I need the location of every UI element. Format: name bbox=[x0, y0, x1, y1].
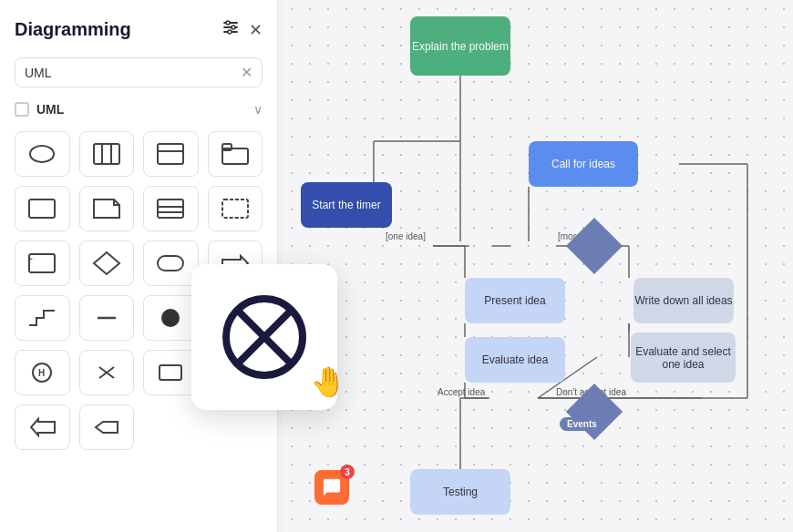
canvas-area bbox=[283, 0, 793, 532]
filter-icon[interactable] bbox=[221, 18, 240, 41]
svg-point-4 bbox=[232, 26, 235, 29]
shape-arrow-left[interactable] bbox=[15, 404, 70, 450]
chat-icon[interactable]: 3 bbox=[314, 470, 349, 505]
svg-rect-10 bbox=[158, 144, 183, 164]
svg-rect-15 bbox=[158, 200, 183, 218]
shape-step[interactable] bbox=[15, 295, 70, 341]
shape-rounded-rect[interactable] bbox=[143, 240, 199, 286]
shape-hbar[interactable] bbox=[143, 186, 199, 231]
category-chevron-icon[interactable]: ∨ bbox=[253, 102, 263, 117]
svg-rect-14 bbox=[29, 200, 55, 218]
svg-point-5 bbox=[228, 30, 232, 34]
shape-folded[interactable] bbox=[79, 186, 135, 231]
shape-tab[interactable] bbox=[208, 131, 263, 177]
preview-shape-icon bbox=[219, 292, 310, 383]
node-start-timer[interactable]: Start the timer bbox=[301, 182, 392, 228]
shape-arrow-left-2[interactable] bbox=[79, 404, 135, 450]
node-call-for-ideas[interactable]: Call for ideas bbox=[529, 141, 638, 187]
search-clear-button[interactable]: ✕ bbox=[241, 64, 252, 81]
category-label: UML bbox=[36, 102, 246, 117]
shape-panels[interactable] bbox=[79, 131, 135, 177]
node-present-idea[interactable]: Present idea bbox=[465, 278, 565, 323]
svg-point-3 bbox=[226, 21, 230, 25]
sidebar-header: Diagramming ✕ bbox=[15, 18, 263, 41]
hand-cursor-icon: 🤚 bbox=[310, 364, 346, 399]
shape-circle-h[interactable]: H bbox=[15, 350, 70, 395]
search-input[interactable] bbox=[25, 66, 241, 80]
sidebar-title: Diagramming bbox=[15, 19, 131, 40]
svg-point-6 bbox=[30, 146, 54, 162]
svg-rect-7 bbox=[94, 144, 119, 164]
shape-rectangle[interactable] bbox=[15, 186, 70, 231]
svg-point-22 bbox=[161, 309, 180, 327]
shape-cross[interactable] bbox=[79, 350, 135, 395]
node-write-down[interactable]: Write down all ideas bbox=[633, 278, 734, 323]
shape-horizontal-bar[interactable] bbox=[143, 131, 199, 177]
shape-line[interactable] bbox=[79, 295, 135, 341]
category-row: UML ∨ bbox=[15, 100, 263, 118]
shape-rect-small[interactable] bbox=[143, 350, 199, 395]
svg-rect-20 bbox=[158, 256, 183, 271]
shape-ellipse[interactable] bbox=[15, 131, 70, 177]
chat-badge[interactable]: 3 bbox=[314, 470, 349, 505]
chat-count-badge: 3 bbox=[340, 465, 355, 479]
svg-rect-19 bbox=[29, 254, 55, 272]
shape-titled-rect[interactable] bbox=[15, 240, 70, 286]
node-evaluate-select[interactable]: Evaluate and select one idea bbox=[631, 332, 736, 383]
shape-diamond[interactable] bbox=[79, 240, 135, 286]
close-button[interactable]: ✕ bbox=[249, 20, 263, 40]
search-bar: ✕ bbox=[15, 57, 263, 87]
sidebar-header-actions: ✕ bbox=[221, 18, 263, 41]
category-checkbox[interactable] bbox=[15, 102, 29, 117]
svg-text:H: H bbox=[38, 368, 45, 378]
node-evaluate-idea[interactable]: Evaluate idea bbox=[465, 337, 565, 383]
events-badge[interactable]: Events bbox=[560, 417, 604, 431]
shape-circle-filled[interactable] bbox=[143, 295, 199, 341]
svg-rect-30 bbox=[160, 365, 181, 380]
svg-rect-18 bbox=[222, 200, 248, 218]
node-testing[interactable]: Testing bbox=[410, 469, 510, 515]
node-explain-problem[interactable]: Explain the problem bbox=[410, 16, 510, 76]
shape-dashed-rect[interactable] bbox=[208, 186, 263, 231]
message-icon bbox=[322, 477, 342, 497]
